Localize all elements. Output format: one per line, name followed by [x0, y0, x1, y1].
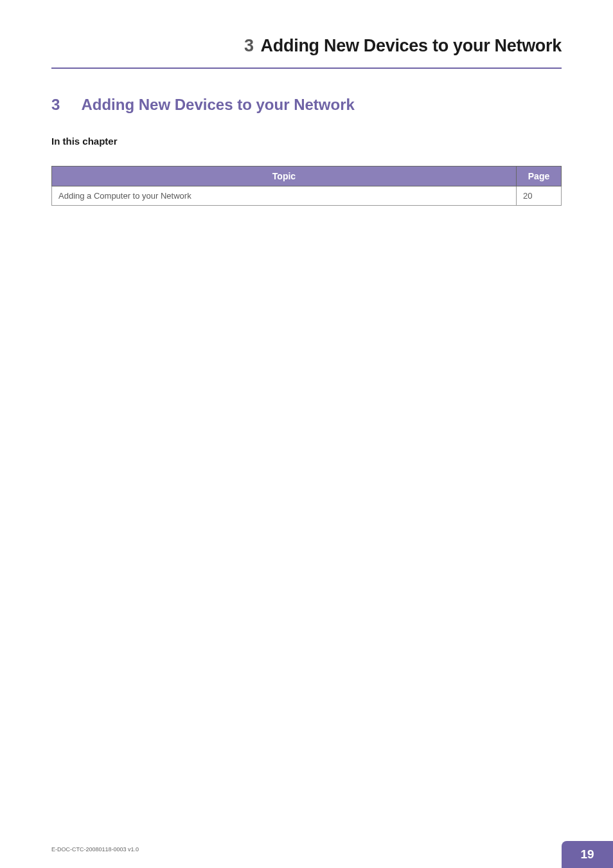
- table-row: Adding a Computer to your Network 20: [52, 186, 562, 206]
- footer-document-id: E-DOC-CTC-20080118-0003 v1.0: [51, 846, 613, 853]
- table-cell-topic: Adding a Computer to your Network: [52, 186, 517, 206]
- section-name: Adding New Devices to your Network: [81, 96, 354, 114]
- subheading-in-this-chapter: In this chapter: [0, 114, 613, 147]
- table-header-row: Topic Page: [52, 167, 562, 186]
- header-chapter-number: 3: [244, 36, 254, 55]
- page-header: 3 Adding New Devices to your Network: [0, 0, 613, 62]
- page-footer: E-DOC-CTC-20080118-0003 v1.0 19: [51, 846, 613, 853]
- section-number: 3: [51, 96, 78, 114]
- topics-table: Topic Page Adding a Computer to your Net…: [51, 166, 562, 206]
- header-chapter-title: Adding New Devices to your Network: [261, 36, 562, 55]
- table-header-page: Page: [517, 167, 562, 186]
- footer-page-number: 19: [562, 841, 613, 868]
- table-header-topic: Topic: [52, 167, 517, 186]
- table-cell-page: 20: [517, 186, 562, 206]
- section-title: 3 Adding New Devices to your Network: [0, 69, 613, 114]
- topics-table-container: Topic Page Adding a Computer to your Net…: [0, 147, 613, 206]
